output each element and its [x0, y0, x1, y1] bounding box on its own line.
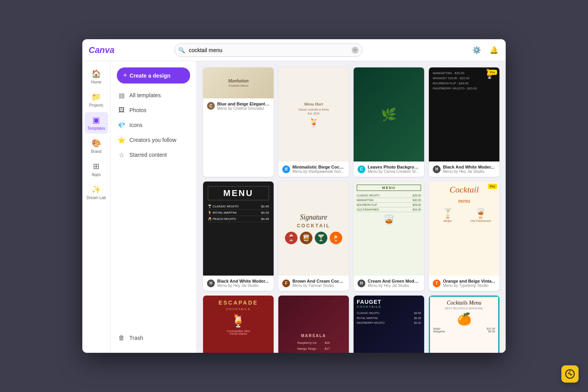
template-card[interactable]: Cocktails Menu BEST-SELLERS & SEASONAL 🍊… [429, 296, 499, 353]
template-card[interactable]: MARSALA Raspberry Ice$20 Mango Tango$17 … [278, 296, 349, 353]
template-card[interactable]: MANHATTAN - $25.00 WHISKEY SOUR - $22.00… [429, 67, 499, 177]
starred-label: Starred content [129, 152, 167, 158]
main-layout: 🏠 Home 📁 Projects ▣ Templates 🎨 Brand ⊞ … [82, 61, 506, 353]
template-author: Menu by Hey Jai Studio [368, 283, 420, 288]
all-templates-label: All templates [129, 92, 161, 98]
template-card[interactable]: Menu Hart Classic cocktails & drinksEst.… [278, 67, 349, 177]
avatar: F [282, 279, 290, 287]
menu-item: 🥂 PEACH MOJITO$4.49 [208, 216, 269, 222]
sidebar-item-projects[interactable]: 📁 Projects [85, 89, 108, 111]
sidebar-item-apps[interactable]: ⊞ Apps [85, 158, 108, 180]
sidebar: + Create a design ▤ All templates 🖼 Phot… [111, 61, 197, 353]
pro-badge: Pro [488, 70, 497, 75]
template-title: Minimalistic Biege Cock... [292, 165, 345, 169]
template-card[interactable]: Signature COCKTAIL 🍷 🥃 🍸 🍹 F [278, 181, 349, 291]
top-bar-icons: ⚙️ 🔔 [471, 45, 499, 56]
starred-icon: ☆ [118, 151, 125, 159]
avatar: C [207, 102, 215, 110]
template-card[interactable]: MENU 🍸 CLASSIC MOJITO$2.49 🍹 ROYAL MARTI… [203, 181, 274, 291]
avatar: T [433, 279, 441, 287]
projects-label: Projects [89, 103, 103, 107]
template-info: H Black And White Moder... Menu by Hey J… [429, 162, 499, 177]
template-info: H Cream And Green Mode... Menu by Hey Ja… [354, 276, 424, 291]
projects-icon: 📁 [91, 92, 101, 102]
creators-icon: ⭐ [118, 136, 125, 144]
template-title: Brown And Cream Cock... [292, 279, 345, 283]
template-meta: Cream And Green Mode... Menu by Hey Jai … [368, 279, 420, 288]
sidebar-item-dreamlab[interactable]: ✨ Dream Lab [85, 181, 108, 203]
create-design-button[interactable]: + Create a design [117, 67, 190, 83]
template-meta: Orange and Beige Vinta... Menu by Typete… [443, 279, 495, 288]
templates-icon: ▣ [93, 115, 100, 125]
template-author: Menu by Hey Jai Studio [443, 169, 495, 174]
sidebar-item-home[interactable]: 🏠 Home [85, 66, 108, 87]
sidebar-nav-creators[interactable]: ⭐ Creators you follow [114, 133, 193, 147]
search-input[interactable] [174, 44, 363, 57]
template-info: T Orange and Beige Vinta... Menu by Type… [429, 276, 499, 291]
template-card[interactable]: ESCAPADE COCKTAILS 🍹 Cosmopolitan SliceF… [203, 296, 274, 353]
sidebar-bottom: 🗑 Trash [111, 328, 196, 348]
menu-title: MENU [208, 186, 269, 200]
sidebar-nav-starred[interactable]: ☆ Starred content [114, 148, 193, 162]
search-bar-container: 🔍 ✕ [174, 44, 363, 57]
top-bar: Canva 🔍 ✕ ⚙️ 🔔 [82, 39, 506, 61]
home-label: Home [91, 80, 102, 84]
template-title: Leaves Photo Backgrou... [368, 165, 420, 169]
template-meta: Black And White Moder... Menu by Hey Jai… [443, 165, 495, 174]
template-title: Black And White Moder... [443, 165, 495, 169]
avatar: H [207, 279, 215, 287]
template-title: Blue and Beige Elegant ... [217, 102, 270, 106]
sidebar-nav-all-templates[interactable]: ▤ All templates [114, 88, 193, 102]
template-meta: Black And White Moder... Menu by Hey Jai… [217, 279, 270, 288]
trash-button[interactable]: 🗑 Trash [114, 331, 193, 345]
create-label: Create a design [130, 73, 171, 79]
photos-icon: 🖼 [118, 106, 125, 114]
template-card[interactable]: Cocktailmenu 🍸 $5 Mojito 🥃 $5 [429, 181, 499, 291]
dreamlab-icon: ✨ [91, 185, 101, 194]
dreamlab-label: Dream Lab [87, 196, 106, 200]
sidebar-item-templates[interactable]: ▣ Templates [85, 112, 108, 134]
sidebar-nav-photos[interactable]: 🖼 Photos [114, 103, 193, 117]
settings-icon[interactable]: ⚙️ [471, 45, 482, 56]
template-info: И Minimalistic Biege Cock... Menu by Изо… [278, 162, 349, 177]
template-card[interactable]: MENU CLASSIC MOJITO$25.00 MANHATTAN$30.0… [354, 181, 424, 291]
search-icon: 🔍 [178, 47, 185, 53]
apps-icon: ⊞ [93, 162, 100, 171]
avatar: И [282, 165, 290, 173]
template-author: Menu by Canva Creative Stu... [368, 169, 420, 174]
template-author: Menu by Изображения пол... [292, 169, 345, 174]
icons-label: Icons [129, 122, 142, 128]
template-meta: Leaves Photo Backgrou... Menu by Canva C… [368, 165, 420, 174]
template-info: F Brown And Cream Cock... Menu by Fannan… [278, 276, 349, 291]
template-title: Cream And Green Mode... [368, 279, 420, 283]
notifications-icon[interactable]: 🔔 [488, 45, 499, 56]
sidebar-nav-icons[interactable]: 💎 Icons [114, 118, 193, 132]
home-icon: 🏠 [91, 69, 101, 78]
bottom-right-button[interactable] [561, 365, 579, 383]
avatar: H [433, 165, 441, 173]
template-info: H Black And White Moder... Menu by Hey J… [203, 276, 274, 291]
template-author: Menu by Cristina Gonzalez [217, 106, 270, 111]
template-card[interactable]: Manhattan Cocktail Menu C Blue and Beige… [203, 67, 274, 177]
icons-icon: 💎 [118, 121, 125, 129]
template-author: Menu by Hey Jai Studio [217, 283, 270, 288]
icon-panel: 🏠 Home 📁 Projects ▣ Templates 🎨 Brand ⊞ … [82, 61, 111, 353]
templates-label: Templates [87, 126, 105, 131]
apps-label: Apps [92, 172, 101, 177]
template-card[interactable]: FAUGET COCKTAILS CLASSIC MOJITO$4.69 ROY… [354, 296, 424, 353]
template-info: C Leaves Photo Backgrou... Menu by Canva… [354, 162, 424, 177]
sidebar-item-brand[interactable]: 🎨 Brand [85, 135, 108, 157]
avatar: C [358, 165, 365, 173]
template-info: C Blue and Beige Elegant ... Menu by Cri… [203, 98, 274, 114]
brand-label: Brand [91, 149, 102, 154]
canva-logo: Canva [89, 45, 114, 55]
menu-item: 🍸 CLASSIC MOJITO$2.49 [208, 203, 269, 210]
sidebar-nav: ▤ All templates 🖼 Photos 💎 Icons ⭐ Creat… [111, 88, 196, 162]
plus-icon: + [123, 71, 127, 80]
pro-badge: Pro [488, 184, 497, 189]
creators-label: Creators you follow [129, 137, 176, 143]
search-clear-button[interactable]: ✕ [352, 47, 359, 54]
template-card[interactable]: 🌿 C Leaves Photo Backgrou... Menu by Can… [354, 67, 424, 177]
template-title: Orange and Beige Vinta... [443, 279, 495, 283]
trash-label: Trash [129, 335, 143, 341]
